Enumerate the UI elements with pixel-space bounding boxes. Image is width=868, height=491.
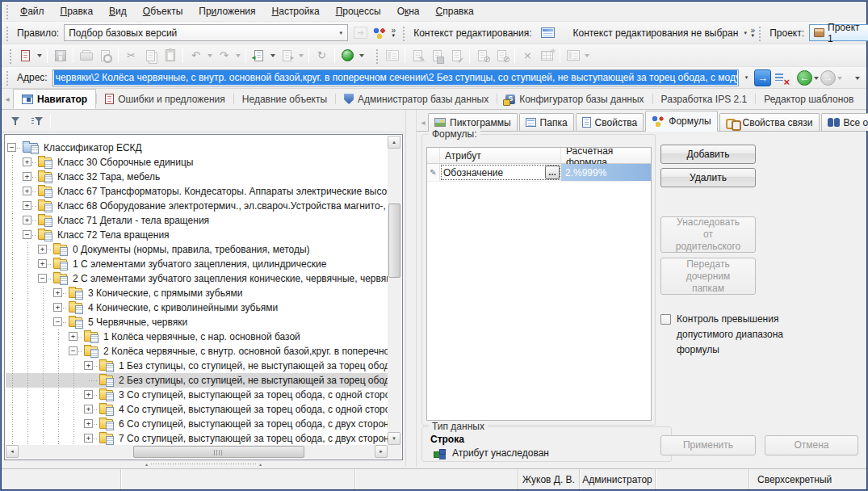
collapse-box-icon[interactable]: −: [23, 230, 31, 239]
expand-box-icon[interactable]: +: [23, 216, 31, 225]
expand-box-icon[interactable]: +: [53, 288, 62, 297]
tree-item[interactable]: −2 Колёса червячные, с внутр. основной б…: [6, 344, 388, 359]
expand-box-icon[interactable]: +: [84, 405, 93, 413]
formula-cell[interactable]: 2.%999%: [561, 164, 651, 181]
tree-item[interactable]: +Класс 68 Оборудование электротермич., э…: [6, 199, 388, 213]
vertical-scroll-thumb[interactable]: [388, 204, 400, 278]
tree-item[interactable]: +Класс 30 Сборочные единицы: [6, 155, 388, 170]
tree-item[interactable]: +Класс 67 Трансформаторы. Кондесаторы. А…: [6, 184, 388, 199]
address-toolbar-overflow-caret[interactable]: [853, 69, 862, 87]
tab-errors[interactable]: Ошибки и предложения: [97, 89, 233, 109]
expand-box-icon[interactable]: +: [23, 157, 31, 166]
tree-item[interactable]: 2 Без ступицы, со ступицей, не выступающ…: [6, 373, 388, 388]
context-window-icon[interactable]: [541, 27, 555, 38]
menu-file[interactable]: Файл: [12, 2, 52, 20]
tree-item[interactable]: +4 Конические, с криволинейными зубьями: [6, 300, 388, 315]
rule-combobox[interactable]: Подбор базовых версий ▼: [64, 24, 348, 41]
tab-all-objects[interactable]: Все объекты: [821, 113, 868, 131]
create-object-caret[interactable]: [36, 46, 44, 65]
filter-tree-button[interactable]: [27, 112, 45, 130]
clear-address-button[interactable]: [773, 69, 790, 86]
attribute-cell[interactable]: Обозначение …: [440, 164, 561, 181]
tree-item[interactable]: −2 С элементами зубчатого зацепления кон…: [6, 271, 388, 286]
toolbar-more-caret[interactable]: [358, 46, 366, 65]
expand-box-icon[interactable]: +: [84, 390, 93, 399]
tab-properties[interactable]: Свойства: [576, 113, 644, 131]
expand-box-icon[interactable]: +: [23, 172, 31, 181]
import-icon[interactable]: [249, 46, 268, 65]
tree-vertical-scrollbar[interactable]: ▴ ▾: [388, 136, 401, 445]
rule-toolbar-overflow[interactable]: » ▼: [391, 28, 396, 38]
tree-item[interactable]: +1 С элементами зубчатого зацепления, ци…: [6, 257, 388, 271]
tab-ips-dev[interactable]: Разработка IPS 2.1: [653, 89, 756, 109]
tab-template-editor[interactable]: Редактор шаблонов: [756, 89, 862, 109]
tree-item[interactable]: +4 Со ступицей, выступающей за торец обо…: [6, 402, 388, 417]
tree-item[interactable]: +7 Со ступицей, выступающей за торец обо…: [6, 431, 388, 445]
context-toolbar-overflow[interactable]: » ▼: [750, 28, 755, 38]
menu-settings[interactable]: Настройка: [264, 2, 328, 20]
menu-edit[interactable]: Правка: [52, 2, 102, 20]
rule-molecule-button[interactable]: [370, 23, 388, 42]
chevron-down-icon[interactable]: ▼: [333, 31, 343, 36]
menu-windows[interactable]: Окна: [389, 2, 428, 20]
tree-item[interactable]: +3 Со ступицей, выступающей за торец обо…: [6, 388, 388, 402]
expand-box-icon[interactable]: +: [84, 361, 93, 370]
project-combobox[interactable]: Проект 1 ▼: [809, 24, 868, 41]
create-object-icon[interactable]: [16, 46, 35, 65]
menu-applications[interactable]: Приложения: [191, 2, 263, 20]
menu-view[interactable]: Вид: [101, 2, 135, 20]
import-caret[interactable]: [269, 46, 277, 65]
context-value[interactable]: Контекст редактирования не выбран: [572, 27, 738, 39]
back-button[interactable]: ←: [797, 70, 812, 86]
menu-help[interactable]: Справка: [428, 2, 482, 20]
tab-formulas[interactable]: Формулы: [645, 111, 717, 132]
tree-item[interactable]: +0 Документы (нормы, правила, требования…: [6, 242, 388, 257]
tree-item[interactable]: +1 Без ступицы, со ступицей, не выступаю…: [6, 359, 388, 373]
scroll-down-button[interactable]: ▾: [388, 432, 400, 445]
expand-box-icon[interactable]: +: [38, 259, 47, 268]
tree-item[interactable]: −5 Червячные, червяки: [6, 315, 388, 329]
update-globe-icon[interactable]: [338, 46, 357, 65]
tree-item[interactable]: −Классификатор ЕСКД: [6, 141, 388, 155]
add-button[interactable]: Добавить: [660, 145, 756, 164]
expand-box-icon[interactable]: +: [53, 303, 62, 312]
collapse-box-icon[interactable]: −: [69, 346, 78, 355]
tab-link-properties[interactable]: Свойства связи: [719, 113, 820, 131]
expand-box-icon[interactable]: +: [69, 332, 78, 341]
delete-button[interactable]: Удалить: [660, 168, 756, 187]
tab-recent-objects[interactable]: Недавние объекты: [234, 89, 335, 109]
range-control-checkbox[interactable]: [660, 314, 671, 325]
scroll-up-button[interactable]: ▴: [388, 136, 400, 149]
expand-box-icon[interactable]: +: [38, 245, 47, 254]
expand-box-icon[interactable]: +: [84, 419, 93, 428]
tree-item[interactable]: +3 Конические, с прямыми зубьями: [6, 286, 388, 300]
scroll-left-button[interactable]: ◂: [6, 445, 19, 458]
back-history-caret[interactable]: [812, 69, 820, 87]
tree-item[interactable]: −Класс 72 Тела вращения: [6, 228, 388, 242]
chevron-down-icon[interactable]: ▼: [743, 31, 748, 36]
menu-processes[interactable]: Процессы: [328, 2, 389, 20]
formula-row[interactable]: ✎ Обозначение … 2.%999%: [427, 164, 651, 182]
address-dropdown-button[interactable]: ▼: [740, 69, 753, 86]
collapse-box-icon[interactable]: −: [53, 317, 62, 326]
expand-box-icon[interactable]: +: [23, 187, 31, 195]
bottom-splitter-grip[interactable]: ▴ ▴: [2, 461, 405, 467]
tab-navigator[interactable]: Навигатор: [13, 89, 96, 109]
tab-db-config[interactable]: Конфигуратор базы данных: [497, 89, 652, 109]
tab-folder[interactable]: Папка: [519, 113, 574, 131]
tree-horizontal-scrollbar[interactable]: ◂ ▸: [6, 445, 388, 459]
tree-item[interactable]: +6 Со ступицей, выступающей за торец обо…: [6, 417, 388, 431]
tree-item[interactable]: +1 Колёса червячные, с нар. основной баз…: [6, 329, 388, 344]
horizontal-scroll-thumb[interactable]: [133, 446, 304, 458]
expand-box-icon[interactable]: +: [23, 201, 31, 210]
collapse-box-icon[interactable]: −: [38, 274, 47, 283]
scroll-right-button[interactable]: ▸: [375, 445, 388, 458]
tree-item[interactable]: +Класс 71 Детали - тела вращения: [6, 213, 388, 228]
attribute-column-header[interactable]: Атрибут: [440, 148, 561, 163]
range-control-checkbox-label[interactable]: Контроль превышения допустимого диапазон…: [677, 312, 820, 358]
collapse-box-icon[interactable]: −: [7, 143, 16, 152]
filter-button[interactable]: [6, 112, 24, 130]
address-input[interactable]: червяки\2 Колёса червячные, с внутр. осн…: [52, 69, 739, 86]
go-button[interactable]: →: [754, 69, 771, 86]
attribute-picker-button[interactable]: …: [545, 166, 560, 179]
